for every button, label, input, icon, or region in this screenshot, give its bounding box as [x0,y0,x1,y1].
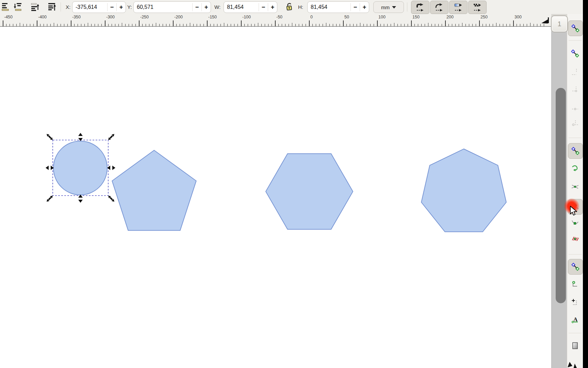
ruler-tick [50,24,51,26]
y-minus-button[interactable]: − [193,2,201,13]
ruler-tick [149,24,149,26]
ruler-tick [486,24,486,26]
rotation-centers-icon [571,298,579,306]
inkscape-window: X: -375,614 − + Y: 60,571 − + W: 81,454 … [0,0,588,368]
ruler-tick [520,24,520,26]
selection-handle-se[interactable] [110,197,113,200]
ruler-tick [23,24,23,26]
y-value[interactable]: 60,571 [134,2,192,13]
w-value[interactable]: 81,454 [224,2,259,13]
ruler-tick [61,24,61,26]
selection-handle-e[interactable] [107,166,110,170]
move-gradients-toggle[interactable] [449,1,468,14]
ruler-tick [278,24,279,26]
snap-nodes-paths-handles-button[interactable] [568,143,583,159]
ruler-tick [425,24,425,26]
snap-line-midpoints-button[interactable] [568,231,582,246]
selector-options-toolbar: X: -375,614 − + Y: 60,571 − + W: 81,454 … [0,0,583,14]
selection-handle-ne[interactable] [110,135,113,139]
selection-handle-e[interactable] [112,166,115,170]
ruler-tick [530,23,530,26]
ruler-label: -300 [106,15,115,19]
ruler-tick [78,24,78,26]
h-plus-button[interactable]: + [360,2,369,13]
pentagon-shape[interactable] [112,150,196,230]
ruler-tick [54,23,54,26]
lower-button[interactable] [12,1,24,13]
snap-object-centers-button[interactable] [568,276,582,291]
ruler-tick [13,24,13,26]
selection-handle-sw[interactable] [48,197,51,200]
snap-text-baselines-button[interactable]: A [568,312,582,327]
ruler-tick [67,24,68,26]
scale-stroke-width-toggle[interactable] [411,1,429,14]
selection-handle-n[interactable] [78,133,83,136]
ruler-tick [377,20,378,26]
circle-shape[interactable] [53,141,107,195]
x-plus-button[interactable]: + [117,2,126,13]
ruler-tick [268,24,268,26]
snap-arrow-icon [571,49,579,58]
ruler-tick [367,24,367,26]
unit-dropdown[interactable]: mm [373,1,404,13]
keycap-label: 1 [557,20,561,28]
ruler-tick [452,24,452,26]
ruler-tick [146,24,146,26]
ruler-tick [319,24,320,26]
hexagon-shape[interactable] [266,154,353,229]
horizontal-ruler[interactable]: -450-400-350-300-250-200-150-100-5005010… [0,14,551,27]
snap-to-paths-button[interactable] [568,161,582,176]
move-patterns-toggle[interactable] [468,1,487,14]
raise-button[interactable] [29,1,41,13]
ruler-tick [71,20,71,26]
selection-handle-n[interactable] [78,138,83,141]
snap-bounding-boxes-button[interactable] [568,46,582,61]
ruler-tick [523,24,524,26]
lower-to-bottom-button[interactable] [0,1,12,13]
enable-snapping-button[interactable] [568,20,583,36]
selection-handle-s[interactable] [78,200,83,203]
snap-to-path-intersections-button[interactable] [568,179,582,194]
selection-handle-w[interactable] [46,166,49,170]
h-minus-button[interactable]: − [351,2,360,13]
ruler-tick [197,24,197,26]
canvas[interactable] [0,0,551,368]
selection-handle-nw[interactable] [48,135,51,139]
scale-rounded-corners-toggle[interactable] [430,1,448,14]
snap-arrow-icon [571,147,579,155]
ruler-tick [105,20,105,26]
snap-bbox-centers-button [568,116,582,131]
ruler-tick [112,24,112,26]
raise-to-top-icon [48,2,56,11]
bbox-edges-icon [571,68,579,76]
lock-width-height-button[interactable] [284,1,295,13]
ruler-tick [312,24,313,26]
snap-page-border-button[interactable] [568,338,582,353]
w-plus-button[interactable]: + [268,2,277,13]
x-minus-button[interactable]: − [108,2,116,13]
ruler-label: 0 [310,15,313,19]
vertical-scrollbar[interactable] [551,31,567,368]
raise-to-top-button[interactable] [46,1,58,13]
scrollbar-thumb[interactable] [556,88,566,303]
ruler-tick [169,24,170,26]
ruler-tick [47,24,47,26]
ruler-tick [299,24,299,26]
ruler-tick [275,20,276,26]
ruler-tick [190,23,190,26]
ruler-tick [466,24,466,26]
raise-icon [31,2,39,11]
w-minus-button[interactable]: − [259,2,268,13]
w-spinbox: 81,454 − + [224,1,277,13]
snap-rotation-centers-button[interactable] [568,294,582,309]
snap-other-points-button[interactable] [568,259,583,275]
heptagon-shape[interactable] [421,149,506,232]
ruler-tick [272,24,272,26]
x-value[interactable]: -375,614 [72,2,107,13]
ruler-tick [500,24,500,26]
h-value[interactable]: 81,454 [308,2,350,13]
snap-to-smooth-nodes-button[interactable] [568,215,582,230]
y-plus-button[interactable]: + [202,2,211,13]
ruler-tick [258,23,258,26]
x-field-label: X: [66,0,70,14]
